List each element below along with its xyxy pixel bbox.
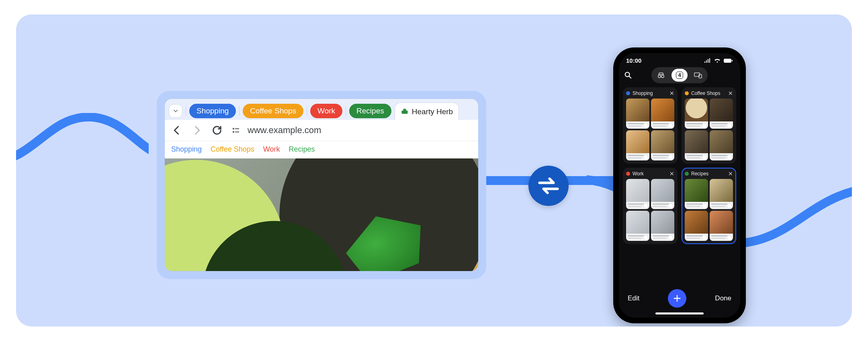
svg-point-9 [658, 75, 661, 78]
address-bar[interactable]: www.example.com [231, 125, 472, 136]
sync-badge [528, 166, 569, 206]
tab-strip: Shopping Coffee Shops Work Recipes Heart… [165, 99, 478, 120]
desktop-browser: Shopping Coffee Shops Work Recipes Heart… [165, 99, 478, 271]
bookmark-work[interactable]: Work [263, 145, 280, 154]
desktop-browser-shell: Shopping Coffee Shops Work Recipes Heart… [157, 91, 486, 279]
group-card-recipes[interactable]: Recipes✕ [682, 168, 736, 244]
battery-icon [723, 58, 733, 63]
tab-thumbnail[interactable] [626, 179, 649, 209]
edit-button[interactable]: Edit [628, 294, 639, 302]
bookmark-recipes[interactable]: Recipes [289, 145, 315, 154]
segmented-control: 4 [651, 67, 708, 83]
bookmark-coffee-shops[interactable]: Coffee Shops [211, 145, 254, 154]
tab-thumbnail[interactable] [626, 130, 649, 160]
back-icon[interactable] [171, 125, 182, 136]
segment-devices[interactable] [690, 69, 706, 82]
illustration-panel: Shopping Coffee Shops Work Recipes Heart… [16, 14, 852, 327]
tab-count: 4 [676, 72, 683, 79]
search-icon[interactable] [624, 71, 633, 80]
svg-point-2 [233, 128, 234, 129]
svg-rect-0 [401, 110, 407, 113]
group-dot-icon [685, 172, 689, 176]
home-indicator [655, 312, 704, 314]
status-time: 10:00 [626, 57, 641, 64]
phone-toolbar: 4 [619, 65, 740, 87]
close-icon[interactable]: ✕ [669, 171, 674, 177]
tab-thumbnail[interactable] [651, 99, 674, 129]
hero-photo [165, 158, 478, 271]
svg-rect-1 [403, 109, 406, 111]
separator [239, 106, 240, 116]
tab-groups-grid: Shopping✕ Coffee Shops✕ [619, 87, 740, 284]
group-dot-icon [626, 91, 630, 95]
group-dot-icon [626, 172, 630, 176]
svg-point-4 [233, 131, 234, 133]
separator [346, 106, 346, 116]
forward-icon[interactable] [191, 125, 203, 136]
page-content-hero [165, 158, 478, 271]
tab-thumbnail[interactable] [685, 99, 708, 129]
tab-thumbnail[interactable] [626, 99, 649, 129]
signal-icon [704, 58, 711, 63]
bookmark-shopping[interactable]: Shopping [171, 145, 202, 154]
reload-icon[interactable] [211, 125, 223, 136]
tab-thumbnail[interactable] [651, 211, 674, 241]
tab-thumbnail[interactable] [626, 211, 649, 241]
group-card-work[interactable]: Work✕ [623, 168, 678, 244]
svg-rect-3 [235, 128, 239, 129]
wave-left [16, 113, 149, 177]
phone-frame: 10:00 4 [613, 47, 746, 323]
active-tab-title: Hearty Herb [412, 107, 453, 116]
segment-incognito[interactable] [653, 69, 669, 82]
tab-thumbnail[interactable] [685, 130, 708, 160]
site-settings-icon[interactable] [231, 126, 243, 134]
close-icon[interactable]: ✕ [728, 90, 733, 96]
tab-thumbnail[interactable] [710, 99, 733, 129]
group-label: Coffee Shops [691, 90, 721, 96]
close-icon[interactable]: ✕ [728, 171, 733, 177]
separator [186, 106, 186, 116]
tab-thumbnail[interactable] [685, 211, 708, 241]
group-label: Work [633, 171, 644, 177]
url-text: www.example.com [248, 125, 321, 136]
sync-arrows-icon [536, 174, 561, 198]
tab-group-shopping[interactable]: Shopping [189, 104, 236, 118]
group-card-coffee-shops[interactable]: Coffee Shops✕ [682, 87, 736, 164]
tab-thumbnail[interactable] [685, 179, 708, 209]
group-dot-icon [685, 91, 689, 95]
new-tab-button[interactable] [668, 289, 686, 308]
plus-icon [673, 294, 682, 303]
done-button[interactable]: Done [715, 294, 731, 302]
favicon-icon [401, 108, 409, 116]
close-icon[interactable]: ✕ [669, 90, 674, 96]
tab-thumbnail[interactable] [651, 179, 674, 209]
tab-group-recipes[interactable]: Recipes [349, 104, 391, 118]
tab-group-coffee-shops[interactable]: Coffee Shops [243, 104, 303, 118]
bookmark-bar: Shopping Coffee Shops Work Recipes [165, 141, 478, 158]
group-label: Recipes [691, 171, 708, 177]
tab-thumbnail[interactable] [710, 179, 733, 209]
group-card-shopping[interactable]: Shopping✕ [623, 87, 678, 164]
wifi-icon [714, 58, 721, 63]
svg-point-10 [661, 75, 664, 78]
group-label: Shopping [633, 90, 653, 96]
svg-rect-5 [235, 131, 239, 132]
tab-group-work[interactable]: Work [310, 104, 342, 118]
status-bar: 10:00 [619, 53, 740, 65]
phone-screen: 10:00 4 [619, 53, 740, 318]
tablist-dropdown[interactable] [169, 104, 182, 118]
tab-thumbnail[interactable] [651, 130, 674, 160]
separator [307, 106, 307, 116]
tab-thumbnail[interactable] [710, 211, 733, 241]
tab-thumbnail[interactable] [710, 130, 733, 160]
browser-toolbar: www.example.com [165, 120, 478, 141]
svg-rect-6 [724, 59, 731, 63]
active-tab[interactable]: Hearty Herb [395, 103, 459, 120]
phone-bottom-bar: Edit Done [619, 284, 740, 312]
svg-point-8 [625, 72, 630, 77]
segment-tabs[interactable]: 4 [671, 69, 688, 82]
svg-rect-7 [732, 60, 733, 62]
